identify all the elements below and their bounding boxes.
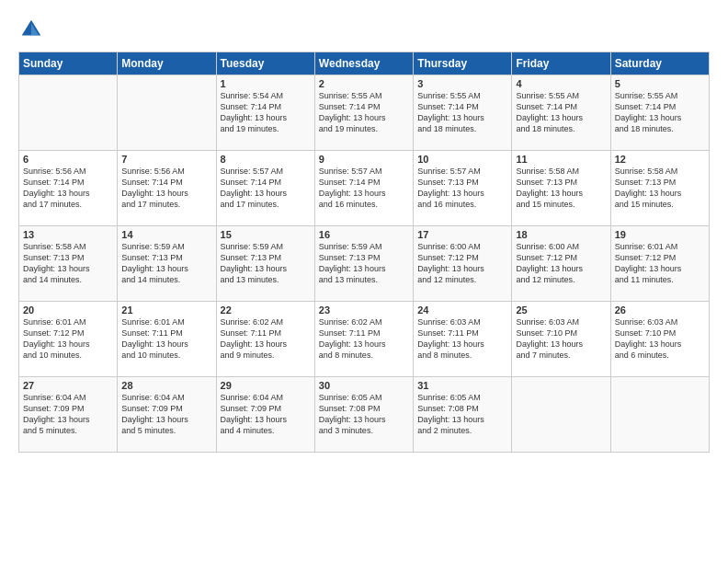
day-number: 17 <box>417 229 507 240</box>
calendar-cell: 26Sunrise: 6:03 AM Sunset: 7:10 PM Dayli… <box>610 302 709 377</box>
day-header-sunday: Sunday <box>19 52 118 75</box>
calendar-cell: 8Sunrise: 5:57 AM Sunset: 7:14 PM Daylig… <box>216 151 314 226</box>
calendar-cell <box>118 75 216 151</box>
cell-info: Sunrise: 6:04 AM Sunset: 7:09 PM Dayligh… <box>221 392 311 437</box>
calendar-cell: 22Sunrise: 6:02 AM Sunset: 7:11 PM Dayli… <box>216 302 314 377</box>
calendar-cell: 28Sunrise: 6:04 AM Sunset: 7:09 PM Dayli… <box>118 377 216 453</box>
week-row-2: 6Sunrise: 5:56 AM Sunset: 7:14 PM Daylig… <box>19 151 710 226</box>
calendar-cell: 25Sunrise: 6:03 AM Sunset: 7:10 PM Dayli… <box>512 302 610 377</box>
day-number: 25 <box>516 304 606 316</box>
day-header-tuesday: Tuesday <box>216 52 314 75</box>
day-header-saturday: Saturday <box>610 52 709 75</box>
cell-info: Sunrise: 6:02 AM Sunset: 7:11 PM Dayligh… <box>319 316 409 362</box>
cell-info: Sunrise: 6:00 AM Sunset: 7:12 PM Dayligh… <box>417 241 507 286</box>
day-number: 10 <box>417 154 507 165</box>
calendar-cell: 6Sunrise: 5:56 AM Sunset: 7:14 PM Daylig… <box>19 151 118 226</box>
calendar-cell: 9Sunrise: 5:57 AM Sunset: 7:14 PM Daylig… <box>314 151 413 226</box>
day-number: 29 <box>221 380 311 391</box>
calendar-table: SundayMondayTuesdayWednesdayThursdayFrid… <box>18 52 710 453</box>
day-number: 9 <box>319 154 409 165</box>
day-number: 8 <box>221 154 311 165</box>
calendar-cell: 1Sunrise: 5:54 AM Sunset: 7:14 PM Daylig… <box>216 75 314 151</box>
cell-info: Sunrise: 6:05 AM Sunset: 7:08 PM Dayligh… <box>319 392 409 437</box>
week-row-4: 20Sunrise: 6:01 AM Sunset: 7:12 PM Dayli… <box>19 302 710 377</box>
day-number: 7 <box>121 154 211 165</box>
day-number: 13 <box>23 229 113 240</box>
calendar-cell: 29Sunrise: 6:04 AM Sunset: 7:09 PM Dayli… <box>216 377 314 453</box>
day-number: 20 <box>23 304 113 316</box>
cell-info: Sunrise: 5:54 AM Sunset: 7:14 PM Dayligh… <box>221 90 311 135</box>
day-number: 3 <box>417 78 507 89</box>
cell-info: Sunrise: 5:59 AM Sunset: 7:13 PM Dayligh… <box>319 241 409 286</box>
day-number: 2 <box>319 78 409 89</box>
calendar-cell <box>610 377 709 453</box>
day-number: 16 <box>319 229 409 240</box>
cell-info: Sunrise: 5:55 AM Sunset: 7:14 PM Dayligh… <box>615 90 705 135</box>
calendar-cell: 10Sunrise: 5:57 AM Sunset: 7:13 PM Dayli… <box>414 151 512 226</box>
logo <box>18 17 48 42</box>
cell-info: Sunrise: 6:05 AM Sunset: 7:08 PM Dayligh… <box>417 392 507 437</box>
calendar-cell: 2Sunrise: 5:55 AM Sunset: 7:14 PM Daylig… <box>314 75 413 151</box>
cell-info: Sunrise: 5:59 AM Sunset: 7:13 PM Dayligh… <box>121 241 211 286</box>
day-number: 27 <box>23 380 113 391</box>
logo-icon <box>18 17 44 42</box>
calendar-cell: 20Sunrise: 6:01 AM Sunset: 7:12 PM Dayli… <box>19 302 118 377</box>
cell-info: Sunrise: 6:03 AM Sunset: 7:11 PM Dayligh… <box>417 316 507 362</box>
calendar-cell: 15Sunrise: 5:59 AM Sunset: 7:13 PM Dayli… <box>216 226 314 302</box>
cell-info: Sunrise: 6:01 AM Sunset: 7:12 PM Dayligh… <box>23 316 113 362</box>
day-number: 31 <box>417 380 507 391</box>
cell-info: Sunrise: 6:02 AM Sunset: 7:11 PM Dayligh… <box>221 316 311 362</box>
cell-info: Sunrise: 5:58 AM Sunset: 7:13 PM Dayligh… <box>516 166 606 211</box>
cell-info: Sunrise: 5:55 AM Sunset: 7:14 PM Dayligh… <box>319 90 409 135</box>
day-number: 15 <box>221 229 311 240</box>
day-number: 5 <box>615 78 705 89</box>
cell-info: Sunrise: 5:56 AM Sunset: 7:14 PM Dayligh… <box>121 166 211 211</box>
calendar-cell: 24Sunrise: 6:03 AM Sunset: 7:11 PM Dayli… <box>414 302 512 377</box>
cell-info: Sunrise: 6:04 AM Sunset: 7:09 PM Dayligh… <box>23 392 113 437</box>
day-number: 30 <box>319 380 409 391</box>
cell-info: Sunrise: 5:59 AM Sunset: 7:13 PM Dayligh… <box>221 241 311 286</box>
calendar-cell: 3Sunrise: 5:55 AM Sunset: 7:14 PM Daylig… <box>414 75 512 151</box>
day-number: 18 <box>516 229 606 240</box>
day-number: 6 <box>23 154 113 165</box>
calendar-cell: 18Sunrise: 6:00 AM Sunset: 7:12 PM Dayli… <box>512 226 610 302</box>
calendar-cell: 4Sunrise: 5:55 AM Sunset: 7:14 PM Daylig… <box>512 75 610 151</box>
day-header-thursday: Thursday <box>414 52 512 75</box>
cell-info: Sunrise: 5:58 AM Sunset: 7:13 PM Dayligh… <box>615 166 705 211</box>
cell-info: Sunrise: 5:57 AM Sunset: 7:13 PM Dayligh… <box>417 166 507 211</box>
day-number: 24 <box>417 304 507 316</box>
cell-info: Sunrise: 6:03 AM Sunset: 7:10 PM Dayligh… <box>615 316 705 362</box>
cell-info: Sunrise: 5:58 AM Sunset: 7:13 PM Dayligh… <box>23 241 113 286</box>
day-header-monday: Monday <box>118 52 216 75</box>
cell-info: Sunrise: 5:57 AM Sunset: 7:14 PM Dayligh… <box>221 166 311 211</box>
day-number: 11 <box>516 154 606 165</box>
page: SundayMondayTuesdayWednesdayThursdayFrid… <box>0 0 728 563</box>
calendar-cell: 30Sunrise: 6:05 AM Sunset: 7:08 PM Dayli… <box>314 377 413 453</box>
cell-info: Sunrise: 6:01 AM Sunset: 7:12 PM Dayligh… <box>615 241 705 286</box>
calendar-cell: 12Sunrise: 5:58 AM Sunset: 7:13 PM Dayli… <box>610 151 709 226</box>
day-header-friday: Friday <box>512 52 610 75</box>
header <box>18 17 710 42</box>
day-number: 12 <box>615 154 705 165</box>
day-number: 22 <box>221 304 311 316</box>
calendar-cell: 16Sunrise: 5:59 AM Sunset: 7:13 PM Dayli… <box>314 226 413 302</box>
calendar-cell <box>512 377 610 453</box>
calendar-cell: 19Sunrise: 6:01 AM Sunset: 7:12 PM Dayli… <box>610 226 709 302</box>
calendar-cell: 5Sunrise: 5:55 AM Sunset: 7:14 PM Daylig… <box>610 75 709 151</box>
calendar-cell: 11Sunrise: 5:58 AM Sunset: 7:13 PM Dayli… <box>512 151 610 226</box>
calendar-cell <box>19 75 118 151</box>
day-number: 28 <box>121 380 211 391</box>
day-number: 1 <box>221 78 311 89</box>
day-number: 26 <box>615 304 705 316</box>
calendar-cell: 21Sunrise: 6:01 AM Sunset: 7:11 PM Dayli… <box>118 302 216 377</box>
day-number: 4 <box>516 78 606 89</box>
cell-info: Sunrise: 6:04 AM Sunset: 7:09 PM Dayligh… <box>121 392 211 437</box>
cell-info: Sunrise: 6:01 AM Sunset: 7:11 PM Dayligh… <box>121 316 211 362</box>
cell-info: Sunrise: 6:00 AM Sunset: 7:12 PM Dayligh… <box>516 241 606 286</box>
week-row-5: 27Sunrise: 6:04 AM Sunset: 7:09 PM Dayli… <box>19 377 710 453</box>
calendar-cell: 7Sunrise: 5:56 AM Sunset: 7:14 PM Daylig… <box>118 151 216 226</box>
cell-info: Sunrise: 5:55 AM Sunset: 7:14 PM Dayligh… <box>417 90 507 135</box>
week-row-1: 1Sunrise: 5:54 AM Sunset: 7:14 PM Daylig… <box>19 75 710 151</box>
calendar-cell: 13Sunrise: 5:58 AM Sunset: 7:13 PM Dayli… <box>19 226 118 302</box>
day-number: 19 <box>615 229 705 240</box>
